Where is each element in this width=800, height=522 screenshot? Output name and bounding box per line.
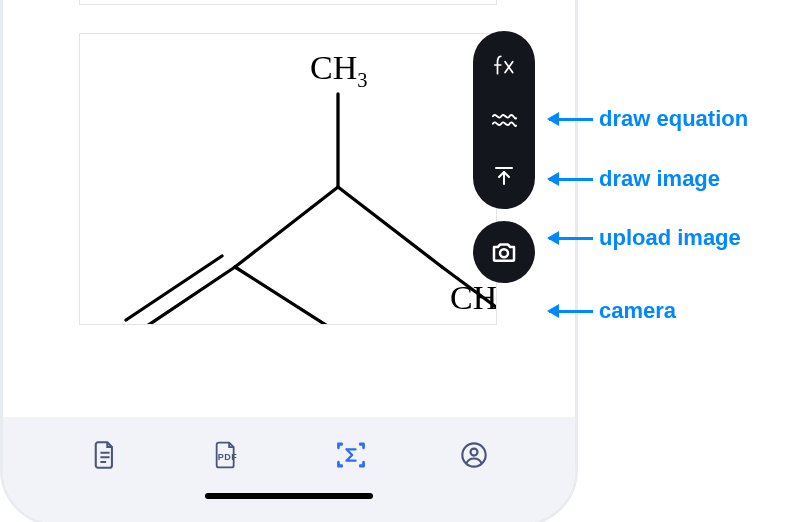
nav-pdf[interactable]: PDF [198, 435, 258, 475]
profile-icon [460, 441, 488, 469]
upload-icon [492, 164, 516, 188]
nav-profile[interactable] [444, 435, 504, 475]
fx-icon [491, 52, 517, 78]
draw-equation-button[interactable] [482, 43, 526, 87]
arrow-icon [549, 118, 593, 121]
nav-scan[interactable] [321, 435, 381, 475]
arrow-icon [549, 178, 593, 181]
camera-button[interactable] [473, 221, 535, 283]
phone-frame: φ(L)ΔaXt = θ0 + θ(L)εt CH3 [0, 0, 578, 522]
arrow-icon [549, 310, 593, 313]
callout-label: upload image [599, 225, 741, 251]
nav-document[interactable] [75, 435, 135, 475]
callout-label: draw image [599, 166, 720, 192]
upload-image-button[interactable] [482, 154, 526, 198]
squiggle-icon [491, 110, 517, 130]
bottom-nav: PDF [3, 417, 575, 522]
callout-camera: camera [549, 298, 676, 324]
callout-draw-image: draw image [549, 166, 720, 192]
chemistry-card[interactable]: CH3 CH [79, 33, 497, 325]
document-icon [91, 440, 119, 470]
callout-label: draw equation [599, 106, 748, 132]
molecule-sketch [80, 34, 496, 324]
arrow-icon [549, 237, 593, 240]
equation-card[interactable]: φ(L)ΔaXt = θ0 + θ(L)εt [79, 0, 497, 5]
home-indicator [205, 493, 373, 499]
callout-draw-equation: draw equation [549, 106, 748, 132]
svg-point-2 [500, 249, 508, 257]
pdf-text: PDF [218, 452, 238, 462]
camera-icon [489, 237, 519, 267]
callout-label: camera [599, 298, 676, 324]
sigma-scan-icon [335, 440, 367, 470]
chem-label-ch-partial: CH [450, 279, 497, 317]
draw-image-button[interactable] [482, 98, 526, 142]
svg-point-7 [470, 449, 477, 456]
callout-upload-image: upload image [549, 225, 741, 251]
fab-pill [473, 31, 535, 209]
